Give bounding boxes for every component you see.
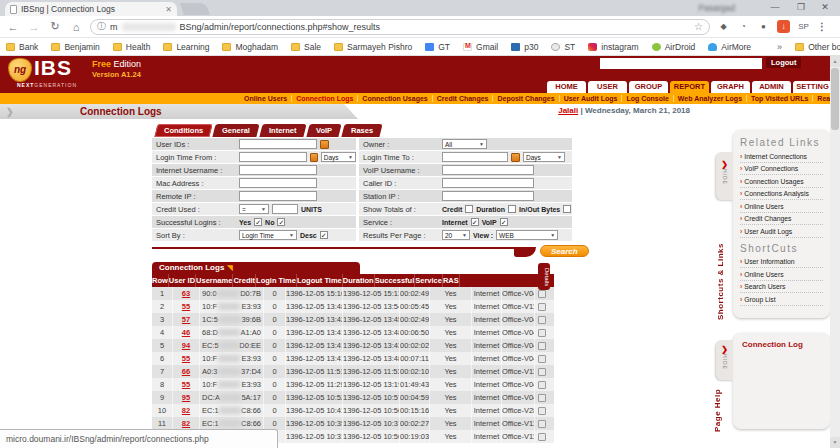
nav-tab[interactable]: ADMIN — [752, 81, 791, 93]
user-id-link[interactable]: 94 — [182, 341, 190, 350]
header-search-input[interactable] — [600, 58, 762, 69]
column-header[interactable]: RAS — [443, 274, 460, 287]
row-details-button[interactable] — [538, 342, 546, 350]
login-time-to-input[interactable] — [442, 152, 508, 162]
submenu-link[interactable]: Connection Usages — [358, 95, 432, 102]
user-id-link[interactable]: 95 — [182, 393, 190, 402]
related-link[interactable]: ›VoIP Connections — [740, 163, 823, 176]
home-icon[interactable]: ⌂ — [69, 21, 83, 33]
row-details-button[interactable] — [538, 303, 546, 311]
service-internet-checkbox[interactable] — [471, 218, 479, 226]
row-details-button[interactable] — [538, 420, 546, 428]
mac-address-input[interactable] — [239, 178, 317, 188]
user-id-link[interactable]: 55 — [182, 302, 190, 311]
extension-idm-icon[interactable]: ↓ — [777, 20, 790, 33]
window-minimize-button[interactable]: — — [768, 0, 782, 14]
related-link[interactable]: ›Connection Usages — [740, 175, 823, 188]
internet-username-input[interactable] — [239, 165, 317, 175]
scroll-down-icon[interactable]: ▼ — [830, 437, 840, 448]
page-scrollbar[interactable]: ▲ ▼ — [830, 56, 840, 448]
extension-sp-icon[interactable]: SP — [797, 20, 810, 33]
bookmark-item[interactable]: p30 — [511, 42, 538, 52]
submenu-link[interactable]: Credit Changes — [433, 95, 494, 102]
user-id-link[interactable]: 63 — [182, 289, 190, 298]
row-details-button[interactable] — [538, 316, 546, 324]
voip-username-input[interactable] — [442, 165, 534, 175]
site-info-icon[interactable]: ⓘ — [97, 20, 106, 33]
related-link[interactable]: ›Credit Changes — [740, 213, 823, 226]
column-header[interactable]: User ID — [169, 274, 196, 287]
calendar-icon[interactable] — [310, 153, 318, 162]
hide-help-panel-tab[interactable]: ❯ HIDE — [716, 340, 733, 380]
nav-tab[interactable]: GROUP — [629, 81, 668, 93]
nav-tab[interactable]: SETTING — [793, 81, 832, 93]
remote-ip-input[interactable] — [239, 191, 317, 201]
window-close-button[interactable]: ✕ — [818, 0, 832, 14]
related-link[interactable]: ›Internet Connections — [740, 150, 823, 163]
column-header[interactable]: Row — [152, 274, 169, 287]
successful-yes-checkbox[interactable] — [254, 218, 262, 226]
bookmark-item[interactable]: ST — [551, 42, 575, 52]
bookmark-item[interactable]: Sarmayeh Pishro — [334, 42, 412, 52]
column-header[interactable]: Logout Time — [297, 274, 343, 287]
sort-by-select[interactable]: Login Time▼ — [239, 230, 297, 240]
station-ip-input[interactable] — [442, 191, 534, 201]
nav-tab[interactable]: REPORT — [670, 81, 709, 93]
browser-tab[interactable]: IBSng | Connection Logs ✕ — [5, 2, 177, 16]
submenu-link[interactable]: Online Users — [240, 95, 292, 102]
search-button[interactable]: Search — [540, 245, 589, 257]
bookmark-item[interactable]: instagram — [588, 42, 638, 52]
user-ids-input[interactable] — [239, 139, 317, 149]
bookmark-item[interactable]: GT — [425, 42, 450, 52]
credit-used-input[interactable] — [272, 204, 298, 214]
submenu-link[interactable]: Connection Logs — [292, 95, 358, 102]
form-tab[interactable]: Conditions — [154, 124, 212, 137]
column-header[interactable]: Username — [196, 274, 233, 287]
chrome-menu-icon[interactable]: ⋮ — [817, 21, 827, 32]
bookmark-item[interactable]: AirDroid — [652, 42, 696, 52]
row-details-button[interactable] — [538, 433, 546, 441]
owner-select[interactable]: All▼ — [442, 139, 487, 149]
totals-inout-checkbox[interactable] — [563, 205, 571, 213]
jalali-calendar-link[interactable]: Jalali — [558, 106, 578, 115]
submenu-link[interactable]: Log Console — [622, 95, 673, 102]
credit-op-select[interactable]: =▼ — [239, 204, 269, 214]
column-header[interactable]: Successful — [375, 274, 416, 287]
nav-tab[interactable]: GRAPH — [711, 81, 750, 93]
user-id-link[interactable]: 82 — [182, 406, 190, 415]
tab-close-icon[interactable]: ✕ — [165, 5, 172, 14]
forward-icon[interactable]: → — [27, 21, 41, 33]
reload-icon[interactable]: ↻ — [48, 20, 62, 33]
login-time-from-input[interactable] — [239, 152, 307, 162]
profile-name[interactable]: Pasargad — [699, 3, 735, 13]
extension-puzzle-icon[interactable]: ◆ — [717, 20, 730, 33]
shortcut-link[interactable]: ›Group List — [740, 293, 823, 306]
extension-gauge-icon[interactable]: ◔ — [737, 20, 750, 33]
row-details-button[interactable] — [538, 290, 546, 298]
scrollbar-thumb[interactable] — [831, 68, 839, 130]
form-tab[interactable]: VoIP — [306, 124, 341, 137]
view-select[interactable]: WEB▼ — [496, 230, 558, 240]
column-header[interactable]: Login Time — [256, 274, 297, 287]
column-header[interactable]: Credit — [233, 274, 256, 287]
column-header[interactable]: Service — [415, 274, 443, 287]
user-id-link[interactable]: 82 — [182, 419, 190, 428]
bookmark-item[interactable]: Moghadam — [222, 42, 278, 52]
extension-circle-icon[interactable]: ● — [757, 20, 770, 33]
submenu-link[interactable]: Web Analyzer Logs — [674, 95, 747, 102]
row-details-button[interactable] — [538, 368, 546, 376]
bookmark-star-icon[interactable]: ☆ — [694, 21, 703, 32]
bookmark-item[interactable]: Gmail — [463, 42, 498, 52]
row-details-button[interactable] — [538, 407, 546, 415]
submenu-link[interactable]: User Audit Logs — [560, 95, 623, 102]
details-column-tab[interactable]: Details — [538, 263, 550, 290]
url-bar[interactable]: ⓘ m BSng/admin/report/connections.php#sh… — [90, 19, 710, 35]
sort-indicator-icon[interactable]: ◥ — [227, 264, 232, 271]
nav-tab[interactable]: HOME — [547, 81, 586, 93]
bookmark-item[interactable]: Benjamin — [51, 42, 99, 52]
totals-credit-checkbox[interactable] — [465, 205, 473, 213]
user-id-link[interactable]: 46 — [182, 328, 190, 337]
row-details-button[interactable] — [538, 394, 546, 402]
bookmarks-overflow-icon[interactable]: » — [777, 42, 782, 52]
login-time-to-unit-select[interactable]: Days▼ — [523, 152, 565, 162]
